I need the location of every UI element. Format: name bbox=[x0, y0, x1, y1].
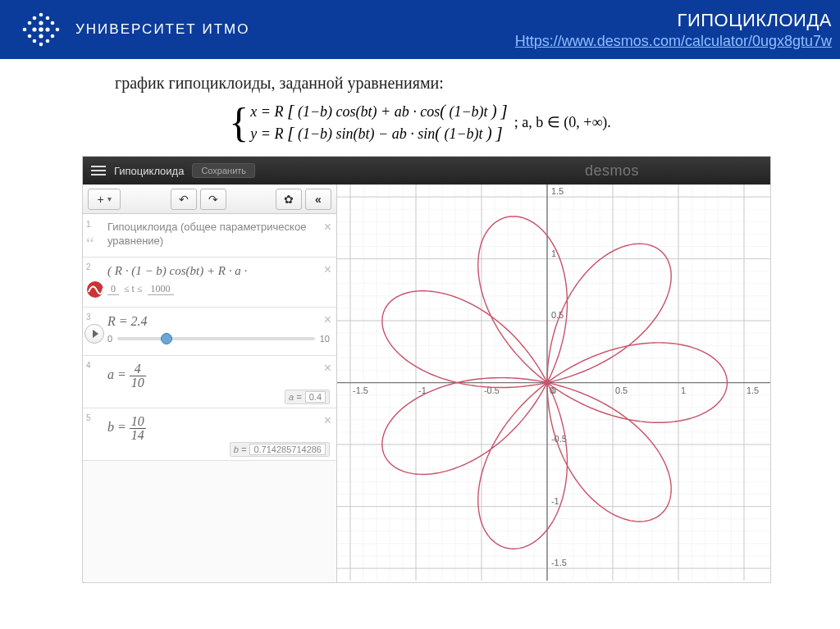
header-right: ГИПОЦИКЛОИДА Https://www.desmos.com/calc… bbox=[515, 10, 832, 50]
folder-label: Гипоциклоида (общее параметрическое урав… bbox=[107, 221, 306, 247]
redo-button[interactable]: ↷ bbox=[200, 189, 226, 210]
svg-point-3 bbox=[33, 16, 37, 21]
close-icon[interactable]: × bbox=[324, 312, 331, 327]
folder-icon: “ bbox=[86, 232, 94, 256]
svg-point-0 bbox=[23, 28, 27, 32]
row-number: 5 bbox=[86, 413, 91, 422]
slider-a-row[interactable]: 4 a = 410 × a =0.4 bbox=[83, 356, 336, 408]
play-button[interactable] bbox=[84, 324, 104, 344]
svg-text:0.5: 0.5 bbox=[615, 385, 628, 395]
svg-point-7 bbox=[39, 21, 43, 25]
close-icon[interactable]: × bbox=[324, 262, 331, 277]
svg-point-12 bbox=[45, 27, 49, 31]
desmos-logo: desmos bbox=[585, 162, 639, 180]
row-number: 1 bbox=[86, 219, 91, 230]
university-name: УНИВЕРСИТЕТ ИТМО bbox=[75, 21, 249, 38]
row-number: 3 bbox=[86, 312, 91, 321]
settings-button[interactable]: ✿ bbox=[276, 189, 302, 210]
parametric-expression-row[interactable]: 2 ( R · (1 − b) cos(bt) + R · a · × 0 ≤ … bbox=[83, 258, 336, 308]
expression-panel: + ↶ ↷ ✿ « 1 “ Гипоциклоида (общее параме… bbox=[83, 185, 337, 582]
graph-canvas[interactable]: -1.5-1-0.500.511.5-1.5-1-0.50.511.50 bbox=[337, 185, 770, 582]
R-slider[interactable]: 0 10 bbox=[107, 334, 330, 344]
slide-header: УНИВЕРСИТЕТ ИТМО ГИПОЦИКЛОИДА Https://ww… bbox=[0, 0, 840, 59]
desmos-topbar: Гипоциклоида Сохранить desmos bbox=[83, 157, 770, 185]
svg-text:-1: -1 bbox=[551, 496, 559, 506]
slide-title: ГИПОЦИКЛОИДА bbox=[515, 10, 832, 31]
row-number: 4 bbox=[86, 361, 91, 370]
menu-icon[interactable] bbox=[91, 163, 106, 178]
svg-point-13 bbox=[46, 39, 50, 43]
plot-svg: -1.5-1-0.500.511.5-1.5-1-0.50.511.50 bbox=[337, 185, 770, 581]
itmo-logo-icon bbox=[16, 7, 62, 52]
a-value-badge: a =0.4 bbox=[285, 390, 330, 404]
collapse-panel-button[interactable]: « bbox=[305, 189, 331, 210]
curve-icon[interactable] bbox=[86, 280, 104, 299]
svg-point-11 bbox=[46, 16, 50, 21]
logo-block: УНИВЕРСИТЕТ ИТМО bbox=[16, 7, 249, 52]
add-expression-button[interactable]: + bbox=[88, 189, 121, 210]
svg-point-5 bbox=[33, 39, 37, 43]
svg-point-1 bbox=[28, 21, 32, 25]
t-domain[interactable]: 0 ≤ t ≤ 1000 bbox=[107, 283, 330, 295]
svg-text:-1.5: -1.5 bbox=[353, 385, 368, 395]
desmos-link[interactable]: Https://www.desmos.com/calculator/0ugx8g… bbox=[515, 33, 832, 50]
svg-text:1.5: 1.5 bbox=[746, 385, 759, 395]
equation-domain: ; a, b ∈ (0, +∞). bbox=[514, 113, 611, 131]
close-icon[interactable]: × bbox=[324, 413, 331, 428]
svg-point-8 bbox=[39, 27, 43, 32]
folder-row[interactable]: 1 “ Гипоциклоида (общее параметрическое … bbox=[83, 214, 336, 258]
left-brace-icon: { bbox=[229, 102, 249, 143]
svg-point-14 bbox=[51, 21, 55, 25]
svg-point-9 bbox=[39, 34, 43, 38]
svg-text:-1.5: -1.5 bbox=[551, 558, 567, 567]
svg-point-4 bbox=[32, 27, 36, 31]
caption: график гипоциклоиды, заданной уравнениям… bbox=[115, 74, 840, 93]
svg-point-16 bbox=[56, 28, 60, 32]
row-number: 2 bbox=[86, 262, 91, 271]
expression-list: 1 “ Гипоциклоида (общее параметрическое … bbox=[83, 214, 336, 582]
b-value-badge: b =0.714285714286 bbox=[230, 442, 330, 457]
svg-point-2 bbox=[28, 34, 32, 39]
R-expression: R = 2.4 bbox=[107, 314, 148, 328]
graph-title[interactable]: Гипоциклоида bbox=[114, 165, 184, 177]
svg-text:1: 1 bbox=[681, 385, 686, 395]
expression-toolbar: + ↶ ↷ ✿ « bbox=[83, 185, 336, 214]
undo-button[interactable]: ↶ bbox=[171, 189, 197, 210]
svg-point-6 bbox=[39, 13, 43, 17]
close-icon[interactable]: × bbox=[324, 219, 331, 236]
save-button[interactable]: Сохранить bbox=[192, 163, 255, 178]
desmos-app: Гипоциклоида Сохранить desmos + ↶ ↷ ✿ « … bbox=[82, 156, 771, 583]
slider-R-row[interactable]: 3 R = 2.4 × 0 10 bbox=[83, 308, 336, 356]
svg-point-10 bbox=[39, 43, 43, 47]
svg-text:1.5: 1.5 bbox=[551, 186, 564, 196]
equation-system: { x = R [ (1−b) cos(bt) + ab · cos( (1−b… bbox=[0, 99, 840, 144]
svg-point-15 bbox=[51, 34, 55, 39]
slider-b-row[interactable]: 5 b = 1014 × b =0.714285714286 bbox=[83, 408, 336, 461]
close-icon[interactable]: × bbox=[324, 361, 331, 376]
